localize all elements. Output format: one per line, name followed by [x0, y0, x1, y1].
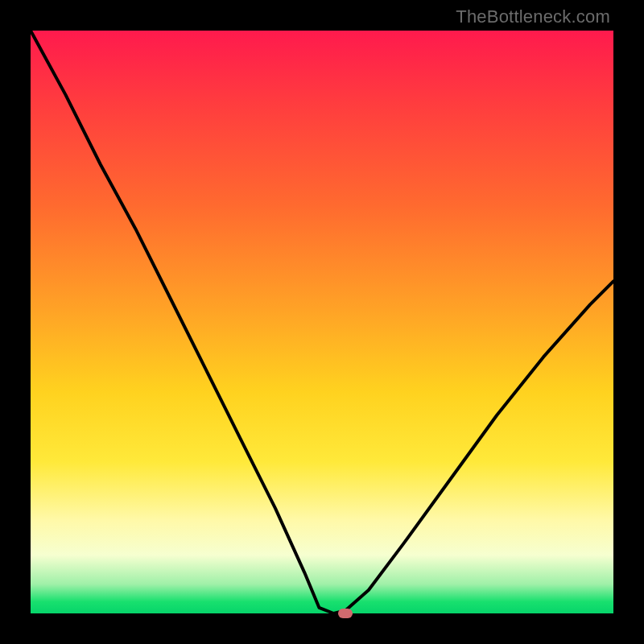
bottleneck-curve — [31, 31, 613, 613]
min-marker — [338, 609, 353, 618]
plot-area — [31, 31, 613, 613]
chart-frame: TheBottleneck.com — [0, 0, 644, 644]
watermark-text: TheBottleneck.com — [456, 6, 610, 27]
